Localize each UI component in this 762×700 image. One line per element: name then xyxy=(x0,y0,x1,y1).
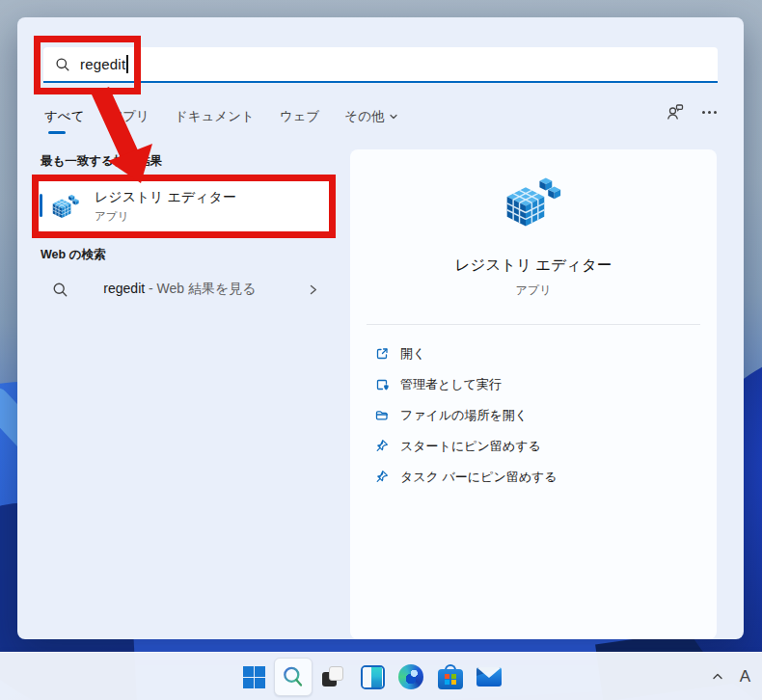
action-open-file-location[interactable]: ファイルの場所を開く xyxy=(350,400,717,431)
action-label: ファイルの場所を開く xyxy=(400,407,528,424)
widgets-icon xyxy=(361,665,385,689)
selected-tab-indicator xyxy=(48,131,66,134)
result-title: レジストリ エディター xyxy=(95,189,236,206)
widgets-button[interactable] xyxy=(353,658,392,696)
search-query-text: regedit xyxy=(80,56,125,72)
tab-all[interactable]: すべて xyxy=(44,108,84,125)
web-search-header: Web の検索 xyxy=(41,247,105,263)
action-label: スタートにピン留めする xyxy=(400,438,541,455)
search-input[interactable]: regedit xyxy=(43,47,718,83)
pin-start-icon xyxy=(374,439,390,454)
store-button[interactable] xyxy=(431,658,470,696)
tab-more[interactable]: その他 xyxy=(344,108,398,125)
action-pin-to-start[interactable]: スタートにピン留めする xyxy=(350,431,717,462)
task-view-button[interactable] xyxy=(314,658,353,696)
store-icon xyxy=(438,664,463,689)
search-filter-tabs: すべて アプリ ドキュメント ウェブ その他 xyxy=(44,108,398,125)
web-suffix: - Web 結果を見る xyxy=(145,281,257,296)
tab-documents[interactable]: ドキュメント xyxy=(175,108,255,125)
action-run-as-admin[interactable]: 管理者として実行 xyxy=(350,369,717,400)
pin-taskbar-icon xyxy=(374,470,390,485)
mail-button[interactable] xyxy=(470,658,508,696)
task-view-icon xyxy=(321,664,346,689)
search-flyout-panel: レジストリ エディター アプリ 開く 管理者として実行 ファイルの場所を開く xyxy=(17,17,744,639)
selection-indicator xyxy=(40,194,42,217)
text-caret xyxy=(126,55,128,73)
action-label: タスク バーにピン留めする xyxy=(400,469,558,486)
best-match-header: 最も一致する検索結果 xyxy=(41,153,162,170)
tab-web[interactable]: ウェブ xyxy=(280,108,319,125)
panel-top-icons xyxy=(666,102,717,121)
detail-app-subtitle: アプリ xyxy=(350,283,717,299)
chevron-down-icon xyxy=(389,112,398,121)
action-pin-to-taskbar[interactable]: タスク バーにピン留めする xyxy=(350,462,717,493)
ime-indicator[interactable]: A xyxy=(740,667,750,687)
start-button[interactable] xyxy=(234,658,273,696)
taskbar-search-button[interactable] xyxy=(274,658,313,696)
user-feedback-icon[interactable] xyxy=(666,102,685,121)
edge-button[interactable] xyxy=(392,658,430,696)
folder-icon xyxy=(374,408,390,423)
chevron-right-icon xyxy=(307,283,319,296)
divider xyxy=(367,324,700,325)
chevron-up-icon[interactable] xyxy=(711,670,724,684)
best-match-result[interactable]: レジストリ エディター アプリ xyxy=(39,180,331,231)
web-query: regedit xyxy=(103,281,145,296)
taskbar: A xyxy=(0,652,762,700)
action-label: 管理者として実行 xyxy=(400,376,502,393)
detail-app-title: レジストリ エディター xyxy=(350,256,717,276)
edge-icon xyxy=(398,664,423,689)
result-subtitle: アプリ xyxy=(95,209,236,224)
tab-apps[interactable]: アプリ xyxy=(109,108,149,125)
action-open[interactable]: 開く xyxy=(350,338,717,369)
web-search-result[interactable]: regedit - Web 結果を見る xyxy=(39,270,331,309)
search-icon xyxy=(281,664,306,689)
run-as-admin-icon xyxy=(374,377,390,392)
open-icon xyxy=(374,346,390,362)
mail-icon xyxy=(476,667,502,687)
registry-editor-icon xyxy=(505,176,561,228)
more-options-icon[interactable] xyxy=(702,102,717,121)
windows-logo-icon xyxy=(243,666,265,688)
search-icon xyxy=(55,57,70,72)
registry-editor-icon xyxy=(52,194,79,219)
result-detail-card: レジストリ エディター アプリ 開く 管理者として実行 ファイルの場所を開く xyxy=(350,149,717,639)
search-icon xyxy=(52,282,68,298)
action-label: 開く xyxy=(400,345,425,363)
